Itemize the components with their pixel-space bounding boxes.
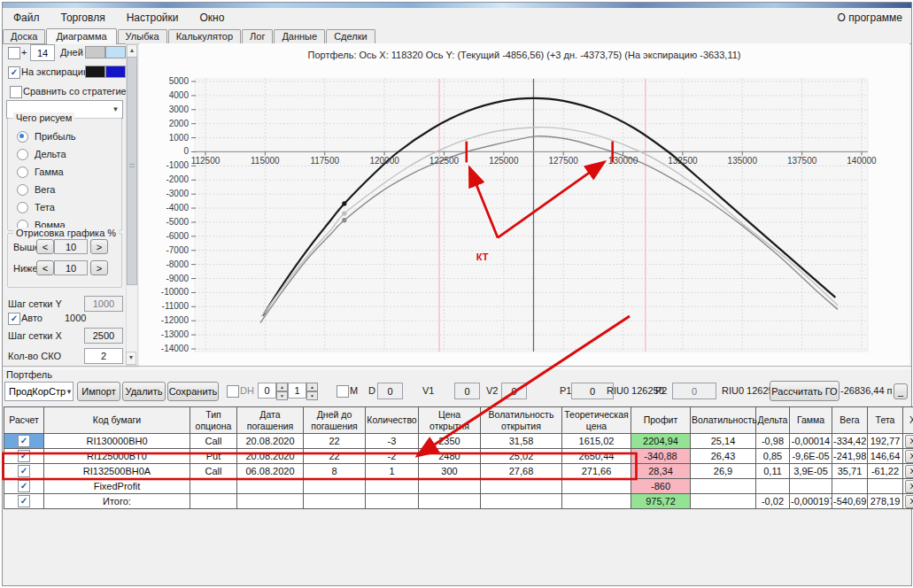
col-header-delta[interactable]: Дельта xyxy=(756,407,790,434)
draw-option-3[interactable]: Вега xyxy=(17,181,76,198)
table-row[interactable]: RI125000BT0Put20.08.202022-2248025,02265… xyxy=(4,449,913,464)
col-header-code[interactable]: Код бумаги xyxy=(44,407,190,434)
on-expiry-checkbox[interactable] xyxy=(8,66,20,79)
col-header-days[interactable]: Дней до погашения xyxy=(304,407,366,434)
spin-down-icon[interactable]: ▼ xyxy=(306,391,318,400)
below-value[interactable]: 10 xyxy=(54,260,88,275)
col-header-vega[interactable]: Вега xyxy=(832,407,868,434)
row-calc-checkbox[interactable] xyxy=(18,450,30,462)
grid-step-x-input[interactable]: 2500 xyxy=(84,328,123,344)
col-header-calc[interactable]: Расчет xyxy=(4,407,44,434)
col-header-type[interactable]: Тип опциона xyxy=(190,407,237,434)
expiry-color-swatch-2[interactable] xyxy=(105,66,126,78)
row-calc-checkbox[interactable] xyxy=(18,465,30,477)
draw-option-0[interactable]: Прибыль xyxy=(17,128,76,145)
dh-checkbox[interactable] xyxy=(227,385,239,398)
menu-item-3[interactable]: Окно xyxy=(190,12,236,24)
scrollbar-thumb[interactable] xyxy=(127,57,137,285)
p2-input[interactable]: 0 xyxy=(672,383,716,399)
draw-option-1[interactable]: Дельта xyxy=(17,145,76,163)
dh-spinner-1-value[interactable]: 0 xyxy=(258,383,276,398)
compare-strategy-checkbox[interactable] xyxy=(10,86,22,98)
dh-spinner-2-value[interactable]: 1 xyxy=(288,383,306,398)
menu-item-about[interactable]: О программе xyxy=(829,12,911,24)
import-button[interactable]: Импорт xyxy=(77,382,120,401)
profit-chart[interactable]: 1125001150001175001200001225001250001275… xyxy=(139,43,909,368)
row-delete-button[interactable]: X xyxy=(905,435,913,448)
sidebar-scrollbar[interactable]: ▲ ▼ xyxy=(126,43,138,366)
auto-grid-checkbox[interactable] xyxy=(8,313,20,325)
svg-text:-12000: -12000 xyxy=(161,315,190,325)
sko-count-input[interactable]: 2 xyxy=(84,348,123,364)
save-button[interactable]: Сохранить xyxy=(167,382,219,401)
tab-3[interactable]: Калькулятор xyxy=(168,29,241,43)
tab-2[interactable]: Улыбка xyxy=(118,29,167,43)
collapse-button[interactable]: _ xyxy=(894,383,908,399)
portfolio-strategy-combobox[interactable]: ПродКорСтр ▼ xyxy=(4,382,74,401)
cell-days xyxy=(304,494,366,509)
scroll-up-icon[interactable]: ▲ xyxy=(127,44,137,58)
below-decrement-button[interactable]: < xyxy=(36,260,54,275)
dh-spinner-2[interactable]: 1 ▲▼ xyxy=(288,383,318,398)
days-input[interactable]: 14 xyxy=(30,44,55,61)
radio-icon[interactable] xyxy=(17,166,28,178)
col-header-x[interactable]: X xyxy=(903,407,913,434)
v2-input[interactable]: 0 xyxy=(501,383,527,399)
above-value[interactable]: 10 xyxy=(54,239,88,254)
grid-step-y-input[interactable]: 1000 xyxy=(84,296,123,312)
col-header-qty[interactable]: Количество xyxy=(366,407,419,434)
below-increment-button[interactable]: > xyxy=(90,260,108,275)
scroll-down-icon[interactable]: ▼ xyxy=(126,352,136,365)
spin-up-icon[interactable]: ▲ xyxy=(306,383,318,391)
row-delete-button[interactable]: X xyxy=(905,480,913,493)
dh-spinner-1[interactable]: 0 ▲▼ xyxy=(258,383,288,398)
table-row[interactable]: Итого:975,72-0,02-0,000197-540,69278,19X xyxy=(4,494,913,509)
spin-down-icon[interactable]: ▼ xyxy=(276,391,288,400)
m-checkbox[interactable] xyxy=(337,385,349,398)
menu-item-2[interactable]: Настройки xyxy=(116,12,190,24)
expiry-color-swatch[interactable] xyxy=(85,66,105,78)
col-header-open_price[interactable]: Цена открытия xyxy=(419,407,481,434)
row-calc-checkbox[interactable] xyxy=(18,435,30,447)
tab-6[interactable]: Сделки xyxy=(326,29,375,43)
radio-icon[interactable] xyxy=(17,184,28,196)
col-header-profit[interactable]: Профит xyxy=(631,407,691,434)
col-header-gamma[interactable]: Гамма xyxy=(790,407,832,434)
col-header-theta[interactable]: Тета xyxy=(868,407,903,434)
col-header-open_vol[interactable]: Волатильность открытия xyxy=(481,407,562,434)
row-delete-button[interactable]: X xyxy=(905,450,913,463)
table-row[interactable]: RI130000BH0Call20.08.202022-3235031,5816… xyxy=(4,434,913,449)
col-header-vol[interactable]: Волатильность xyxy=(691,407,756,434)
calc-go-button[interactable]: Рассчитать ГО xyxy=(770,381,839,401)
days-offset-checkbox[interactable] xyxy=(8,47,20,59)
splitter[interactable] xyxy=(3,366,911,369)
days-color-swatch-2[interactable] xyxy=(105,46,126,58)
spin-up-icon[interactable]: ▲ xyxy=(276,383,288,391)
radio-icon[interactable] xyxy=(17,202,28,213)
menu-item-1[interactable]: Торговля xyxy=(50,12,116,24)
col-header-theor_price[interactable]: Теоретическая цена xyxy=(562,407,631,434)
above-decrement-button[interactable]: < xyxy=(36,239,54,254)
v1-input[interactable]: 0 xyxy=(454,383,480,399)
above-increment-button[interactable]: > xyxy=(90,239,108,254)
tab-5[interactable]: Данные xyxy=(274,29,325,43)
tab-4[interactable]: Лог xyxy=(242,29,273,43)
draw-option-2[interactable]: Гамма xyxy=(17,163,76,181)
row-calc-checkbox[interactable] xyxy=(18,495,30,507)
tab-1[interactable]: Диаграмма xyxy=(46,28,116,44)
days-color-swatch[interactable] xyxy=(85,46,105,58)
col-header-date[interactable]: Дата погашения xyxy=(237,407,304,434)
delete-button[interactable]: Удалить xyxy=(122,382,166,401)
row-delete-button[interactable]: X xyxy=(905,495,913,508)
tab-0[interactable]: Доска xyxy=(3,29,45,43)
cell-days: 22 xyxy=(304,434,366,449)
menu-item-0[interactable]: Файл xyxy=(3,12,50,24)
table-row[interactable]: RI132500BH0ACall06.08.20208130027,68271,… xyxy=(4,464,913,479)
draw-option-4[interactable]: Тета xyxy=(17,198,76,216)
radio-icon[interactable] xyxy=(17,149,28,160)
row-calc-checkbox[interactable] xyxy=(18,480,30,492)
d-input[interactable]: 0 xyxy=(377,383,403,399)
radio-icon[interactable] xyxy=(17,131,28,143)
row-delete-button[interactable]: X xyxy=(905,465,913,478)
table-row[interactable]: FixedProfit-860X xyxy=(4,479,913,494)
